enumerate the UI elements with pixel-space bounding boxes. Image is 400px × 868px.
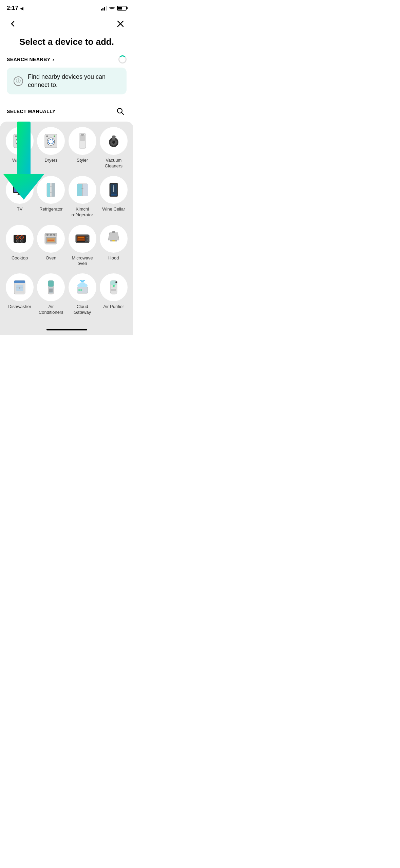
device-label-styler: Styler <box>77 158 88 163</box>
status-icons <box>101 6 127 11</box>
svg-rect-76 <box>48 281 54 287</box>
device-circle-cloud-gateway <box>69 273 96 301</box>
device-circle-refrigerator <box>37 176 65 204</box>
svg-rect-68 <box>112 231 115 233</box>
device-circle-vacuum-cleaners <box>100 127 128 155</box>
svg-rect-25 <box>14 186 25 192</box>
device-row-1: TV Refrigerator <box>4 176 129 218</box>
device-item-cooktop[interactable]: Cooktop <box>6 225 34 267</box>
device-circle-dishwasher <box>6 273 34 301</box>
device-item-dryers[interactable]: Dryers <box>37 127 65 169</box>
svg-rect-20 <box>112 135 115 140</box>
device-item-tv[interactable]: TV <box>6 176 34 218</box>
svg-point-6 <box>19 141 21 143</box>
home-bar <box>46 329 87 330</box>
device-circle-wine-cellar <box>100 176 128 204</box>
svg-point-46 <box>16 240 19 242</box>
device-item-microwave-oven[interactable]: Microwave oven <box>69 225 96 267</box>
svg-point-94 <box>113 285 115 287</box>
device-item-hood[interactable]: Hood <box>100 225 128 267</box>
svg-point-84 <box>83 284 88 287</box>
device-circle-kimchi-refrigerator <box>69 176 96 204</box>
svg-point-44 <box>16 236 19 239</box>
device-item-washer[interactable]: Washer <box>6 127 34 169</box>
status-time: 2:17 <box>7 5 18 12</box>
device-row-2: Cooktop <box>4 225 129 267</box>
device-row-0: Washer Dryers <box>4 127 129 169</box>
svg-point-67 <box>112 240 115 241</box>
svg-rect-27 <box>17 195 23 195</box>
nearby-info-box[interactable]: ⓘ Find nearby devices you can connect to… <box>7 68 127 94</box>
search-nearby-arrow: › <box>53 57 54 62</box>
device-label-kimchi-refrigerator: Kimchi refrigerator <box>69 206 96 218</box>
page-title: Select a device to add. <box>0 33 133 55</box>
svg-point-85 <box>78 289 80 291</box>
device-item-vacuum-cleaners[interactable]: Vacuum Cleaners <box>100 127 128 169</box>
device-label-cloud-gateway: Cloud Gateway <box>69 304 96 315</box>
device-label-refrigerator: Refrigerator <box>39 206 63 212</box>
search-button[interactable] <box>114 105 127 117</box>
device-label-hood: Hood <box>108 255 119 261</box>
device-item-wine-cellar[interactable]: Wine Cellar <box>100 176 128 218</box>
svg-point-63 <box>87 237 88 238</box>
svg-rect-59 <box>77 236 85 241</box>
svg-rect-70 <box>14 281 25 283</box>
device-circle-cooktop <box>6 225 34 253</box>
device-label-dryers: Dryers <box>44 158 57 163</box>
svg-point-90 <box>116 282 117 283</box>
svg-rect-26 <box>18 193 21 195</box>
device-circle-oven <box>37 225 65 253</box>
svg-point-45 <box>20 236 23 239</box>
svg-point-47 <box>20 240 23 242</box>
device-item-cloud-gateway[interactable]: Cloud Gateway <box>69 273 96 315</box>
search-nearby-header[interactable]: SEARCH NEARBY › <box>0 55 133 68</box>
svg-rect-43 <box>14 235 26 243</box>
device-item-air-purifier[interactable]: Air Purifier <box>100 273 128 315</box>
svg-rect-7 <box>15 135 17 137</box>
device-label-oven: Oven <box>46 255 56 261</box>
home-indicator <box>0 324 133 335</box>
device-label-tv: TV <box>17 206 23 212</box>
svg-rect-12 <box>46 135 48 137</box>
device-circle-air-purifier <box>100 273 128 301</box>
device-circle-washer <box>6 127 34 155</box>
svg-point-51 <box>50 234 52 236</box>
svg-point-86 <box>80 289 82 291</box>
device-label-washer: Washer <box>12 158 27 163</box>
svg-rect-41 <box>113 185 114 187</box>
svg-rect-62 <box>86 236 88 242</box>
device-item-oven[interactable]: Oven <box>37 225 65 267</box>
device-item-dishwasher[interactable]: Dishwasher <box>6 273 34 315</box>
info-icon: ⓘ <box>14 76 23 86</box>
status-bar: 2:17 ◀ <box>0 0 133 14</box>
svg-point-8 <box>22 135 24 137</box>
battery-icon <box>117 6 127 11</box>
svg-rect-32 <box>50 193 52 193</box>
device-item-kimchi-refrigerator[interactable]: Kimchi refrigerator <box>69 176 96 218</box>
nav-bar <box>0 14 133 33</box>
close-button[interactable] <box>114 18 127 30</box>
device-row-3: Dishwasher Air Conditioners <box>4 273 129 315</box>
device-label-cooktop: Cooktop <box>12 255 28 261</box>
nearby-info-text: Find nearby devices you can connect to. <box>28 73 120 89</box>
svg-rect-30 <box>52 183 55 197</box>
svg-rect-37 <box>81 188 83 188</box>
svg-point-50 <box>46 234 49 236</box>
svg-point-23 <box>115 137 116 137</box>
svg-point-19 <box>112 141 115 144</box>
svg-rect-35 <box>83 184 88 196</box>
device-label-microwave-oven: Microwave oven <box>69 255 96 267</box>
device-label-air-conditioners: Air Conditioners <box>37 304 65 315</box>
device-item-refrigerator[interactable]: Refrigerator <box>37 176 65 218</box>
svg-rect-40 <box>113 186 114 192</box>
loading-spinner <box>118 55 127 64</box>
svg-point-64 <box>87 239 88 241</box>
device-item-styler[interactable]: Styler <box>69 127 96 169</box>
svg-point-74 <box>19 287 20 289</box>
back-button[interactable] <box>7 18 19 30</box>
device-label-wine-cellar: Wine Cellar <box>102 206 125 212</box>
search-nearby-label: SEARCH NEARBY <box>7 57 51 62</box>
device-label-air-purifier: Air Purifier <box>103 304 124 310</box>
svg-rect-21 <box>111 140 116 141</box>
device-item-air-conditioners[interactable]: Air Conditioners <box>37 273 65 315</box>
